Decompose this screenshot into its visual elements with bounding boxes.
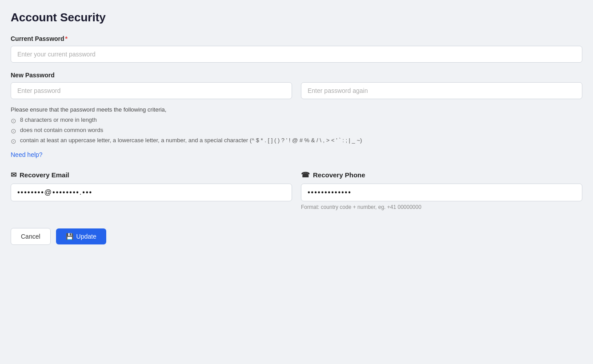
action-row: Cancel 💾 Update [11, 224, 582, 245]
recovery-email-col: ✉ Recovery Email [11, 171, 292, 210]
recovery-phone-col: ☎ Recovery Phone Format: country code + … [301, 171, 582, 210]
current-password-input[interactable] [11, 46, 582, 63]
update-button[interactable]: 💾 Update [56, 228, 106, 244]
password-criteria-section: Please ensure that the password meets th… [11, 106, 582, 145]
criteria-text-3: contain at least an uppercase letter, a … [20, 137, 362, 144]
new-password-left-col [11, 82, 292, 99]
phone-format-hint: Format: country code + number, eg. +41 0… [301, 204, 582, 210]
criteria-item-1: ⊙ 8 characters or more in length [11, 116, 582, 125]
page-container: Account Security Current Password* New P… [0, 0, 593, 364]
new-password-input[interactable] [11, 82, 292, 99]
recovery-section: ✉ Recovery Email ☎ Recovery Phone Format… [11, 171, 582, 210]
page-title: Account Security [11, 11, 582, 24]
new-password-fields [11, 82, 582, 99]
phone-icon: ☎ [301, 171, 310, 179]
confirm-password-input[interactable] [301, 82, 582, 99]
new-password-right-col [301, 82, 582, 99]
criteria-text-2: does not contain common words [20, 127, 103, 133]
email-icon: ✉ [11, 171, 16, 179]
recovery-email-input-wrap [11, 184, 292, 201]
current-password-label: Current Password* [11, 35, 582, 42]
required-indicator: * [65, 35, 68, 42]
new-password-label: New Password [11, 72, 582, 79]
recovery-phone-input[interactable] [301, 184, 582, 201]
check-circle-icon-2: ⊙ [11, 127, 16, 135]
need-help-link[interactable]: Need help? [11, 151, 43, 158]
check-circle-icon-1: ⊙ [11, 117, 16, 125]
recovery-email-input[interactable] [11, 184, 292, 201]
criteria-item-2: ⊙ does not contain common words [11, 127, 582, 135]
new-password-section: New Password [11, 72, 582, 99]
cancel-button[interactable]: Cancel [11, 228, 51, 245]
current-password-section: Current Password* [11, 35, 582, 63]
check-circle-icon-3: ⊙ [11, 137, 16, 145]
criteria-intro: Please ensure that the password meets th… [11, 106, 582, 113]
criteria-text-1: 8 characters or more in length [20, 116, 97, 123]
recovery-email-label: ✉ Recovery Email [11, 171, 292, 179]
criteria-item-3: ⊙ contain at least an uppercase letter, … [11, 137, 582, 145]
save-icon: 💾 [66, 233, 73, 240]
recovery-phone-label: ☎ Recovery Phone [301, 171, 582, 179]
